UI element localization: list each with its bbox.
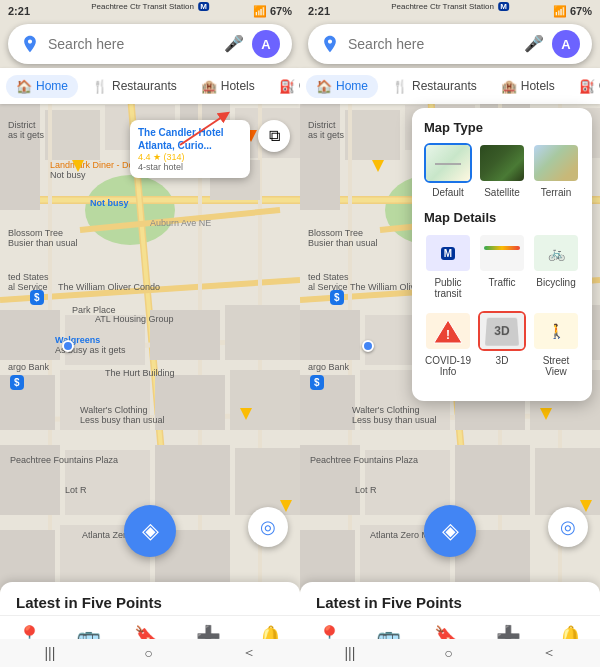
directions-button-left[interactable]: ◈ xyxy=(124,505,176,557)
svg-rect-66 xyxy=(455,445,530,515)
restaurant-icon-right: 🍴 xyxy=(392,79,408,94)
detail-transit[interactable]: M Public transit xyxy=(424,233,472,299)
bottom-card-left: Latest in Five Points 📍 Explore 🚌 Go 🔖 S… xyxy=(0,582,300,667)
status-time-right: 2:21 xyxy=(308,5,330,17)
restaurant-pin-right[interactable] xyxy=(372,160,384,172)
restaurant-pin[interactable] xyxy=(72,160,84,172)
map-type-title: Map Type xyxy=(424,120,580,135)
back-btn-left[interactable]: ＜ xyxy=(242,644,256,662)
bottom-card-right: Latest in Five Points 📍 Explore 🚌 Go 🔖 S… xyxy=(300,582,600,667)
svg-rect-37 xyxy=(300,100,340,160)
dollar-pin2[interactable]: $ xyxy=(10,375,24,390)
restaurant-pin2-right[interactable] xyxy=(540,408,552,420)
home-btn-left[interactable]: ○ xyxy=(144,645,152,661)
google-maps-pin-right xyxy=(320,34,340,54)
transit-label-right: Peachtree Ctr Transit Station M xyxy=(391,2,509,11)
menu-btn-left[interactable]: ||| xyxy=(44,645,55,661)
3d-thumb: 3D xyxy=(478,311,526,351)
svg-rect-25 xyxy=(60,370,150,430)
tab-hotels-left[interactable]: 🏨 Hotels xyxy=(191,75,265,98)
location-button-right[interactable]: ◎ xyxy=(548,507,588,547)
terrain-label: Terrain xyxy=(541,187,572,198)
home-icon-right: 🏠 xyxy=(316,79,332,94)
search-input-right[interactable] xyxy=(348,36,524,52)
avatar-left[interactable]: A xyxy=(252,30,280,58)
covid-label: COVID-19 Info xyxy=(424,355,472,377)
svg-rect-18 xyxy=(0,160,40,210)
restaurant-pin2[interactable] xyxy=(240,408,252,420)
mic-icon-left[interactable]: 🎤 xyxy=(224,34,244,54)
tab-home-left[interactable]: 🏠 Home xyxy=(6,75,78,98)
metro-badge-right: M xyxy=(498,2,509,11)
svg-rect-26 xyxy=(155,375,225,430)
dollar-pin1[interactable]: $ xyxy=(30,290,44,305)
detail-bicycling[interactable]: 🚲 Bicycling xyxy=(532,233,580,299)
bottom-title-left: Latest in Five Points xyxy=(0,582,300,615)
tab-restaurants-left[interactable]: 🍴 Restaurants xyxy=(82,75,187,98)
detail-traffic[interactable]: Traffic xyxy=(478,233,526,299)
svg-rect-68 xyxy=(300,530,355,590)
hotel-arrow xyxy=(175,110,235,150)
street-thumb: 🚶 xyxy=(532,311,580,351)
location-button-left[interactable]: ◎ xyxy=(248,507,288,547)
svg-rect-65 xyxy=(365,450,450,515)
search-bar-right[interactable]: 🎤 A xyxy=(308,24,592,64)
detail-3d[interactable]: 3D 3D xyxy=(478,311,526,377)
map-detail-options-row1: M Public transit Traffic 🚲 Bicycling xyxy=(424,233,580,299)
covid-thumb: ! xyxy=(424,311,472,351)
nav-tabs-left: 🏠 Home 🍴 Restaurants 🏨 Hotels ⛽ Gas xyxy=(0,68,300,104)
directions-button-right[interactable]: ◈ xyxy=(424,505,476,557)
svg-line-35 xyxy=(180,115,225,145)
detail-street[interactable]: 🚶 Street View xyxy=(532,311,580,377)
dollar-pin1-right[interactable]: $ xyxy=(330,290,344,305)
walgreens-pin-right[interactable] xyxy=(362,340,374,352)
home-btn-right[interactable]: ○ xyxy=(444,645,452,661)
bottom-title-right: Latest in Five Points xyxy=(300,582,600,615)
tab-hotels-right[interactable]: 🏨 Hotels xyxy=(491,75,565,98)
tab-home-right[interactable]: 🏠 Home xyxy=(306,75,378,98)
svg-rect-32 xyxy=(0,530,55,590)
google-maps-pin-left xyxy=(20,34,40,54)
restaurant-pin3[interactable] xyxy=(280,500,292,512)
type-terrain[interactable]: Terrain xyxy=(532,143,580,198)
back-btn-right[interactable]: ＜ xyxy=(542,644,556,662)
battery-icon-right: 📶 xyxy=(553,5,567,18)
gas-icon-left: ⛽ xyxy=(279,79,295,94)
avatar-right[interactable]: A xyxy=(552,30,580,58)
type-satellite[interactable]: Satellite xyxy=(478,143,526,198)
gas-icon-right: ⛽ xyxy=(579,79,595,94)
street-label: Street View xyxy=(532,355,580,377)
map-type-panel: Map Type Default Satellite Terrain Map D… xyxy=(412,108,592,401)
tab-hotels-label-left: Hotels xyxy=(221,79,255,93)
map-detail-options-row2: ! COVID-19 Info 3D 3D 🚶 Street View xyxy=(424,311,580,377)
mic-icon-right[interactable]: 🎤 xyxy=(524,34,544,54)
svg-rect-64 xyxy=(300,445,360,515)
walgreens-pin[interactable] xyxy=(62,340,74,352)
hotel-rating: 4.4 ★ (314) xyxy=(138,152,242,162)
svg-rect-22 xyxy=(150,310,220,360)
terrain-thumb xyxy=(532,143,580,183)
hotel-icon-right: 🏨 xyxy=(501,79,517,94)
menu-btn-right[interactable]: ||| xyxy=(344,645,355,661)
status-icons-right: 📶 67% xyxy=(553,5,592,18)
svg-rect-56 xyxy=(300,310,360,360)
tab-gas-left[interactable]: ⛽ Gas xyxy=(269,75,300,98)
satellite-thumb xyxy=(478,143,526,183)
search-input-left[interactable] xyxy=(48,36,224,52)
svg-rect-30 xyxy=(155,445,230,515)
sys-nav-right: ||| ○ ＜ xyxy=(300,639,600,667)
detail-covid[interactable]: ! COVID-19 Info xyxy=(424,311,472,377)
restaurant-pin3-right[interactable] xyxy=(580,500,592,512)
3d-label-thumb: 3D xyxy=(485,318,519,346)
bicycling-label: Bicycling xyxy=(536,277,575,288)
tab-restaurants-label-right: Restaurants xyxy=(412,79,477,93)
svg-rect-23 xyxy=(225,305,300,360)
transit-thumb: M xyxy=(424,233,472,273)
tab-gas-right[interactable]: ⛽ Gas xyxy=(569,75,600,98)
search-bar-left[interactable]: 🎤 A xyxy=(8,24,292,64)
metro-badge-left: M xyxy=(198,2,209,11)
tab-restaurants-right[interactable]: 🍴 Restaurants xyxy=(382,75,487,98)
layers-button[interactable]: ⧉ xyxy=(258,120,290,152)
dollar-pin2-right[interactable]: $ xyxy=(310,375,324,390)
type-default[interactable]: Default xyxy=(424,143,472,198)
